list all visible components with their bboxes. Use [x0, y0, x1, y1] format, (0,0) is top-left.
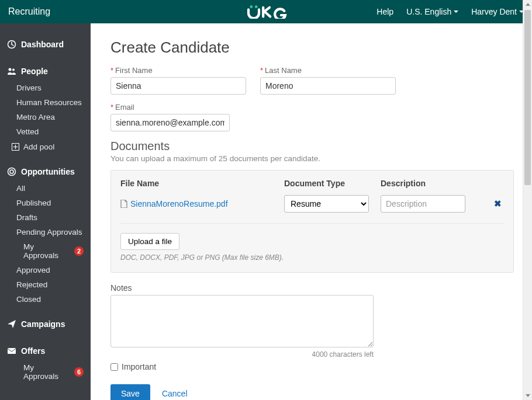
nav-people[interactable]: People — [0, 54, 91, 81]
file-name-label: SiennaMorenoResume.pdf — [130, 199, 228, 208]
nav-offers-label: Offers — [21, 346, 45, 356]
email-input[interactable] — [110, 114, 230, 131]
page-title: Create Candidate — [110, 39, 512, 57]
nav-people-label: People — [21, 67, 48, 76]
first-name-input[interactable] — [110, 77, 246, 95]
paper-plane-icon — [7, 319, 16, 329]
sidebar-item-approved[interactable]: Approved — [0, 263, 91, 277]
notes-textarea[interactable] — [110, 295, 374, 347]
important-checkbox[interactable] — [110, 363, 118, 371]
sidebar-item-my-approvals-opps[interactable]: My Approvals 2 — [0, 239, 91, 263]
sidebar-item-metro[interactable]: Metro Area — [0, 110, 91, 124]
sidebar-item-rejected[interactable]: Rejected — [0, 277, 91, 292]
nav-dashboard-label: Dashboard — [21, 40, 64, 49]
form-actions: Save Cancel — [110, 384, 512, 400]
scroll-thumb[interactable] — [524, 10, 531, 185]
col-file-name: File Name — [120, 179, 284, 188]
scrollbar[interactable] — [523, 0, 532, 400]
remove-document-button[interactable]: ✖ — [492, 199, 504, 209]
save-button[interactable]: Save — [110, 384, 150, 400]
svg-point-4 — [12, 69, 15, 71]
important-row: Important — [110, 362, 512, 371]
help-link-label: Help — [376, 7, 393, 16]
svg-rect-8 — [8, 348, 16, 354]
user-label: Harvey Dent — [471, 7, 517, 16]
sidebar-item-pending[interactable]: Pending Approvals — [0, 225, 91, 239]
scroll-track[interactable] — [524, 10, 531, 390]
app-title: Recruiting — [8, 6, 50, 17]
last-name-input[interactable] — [260, 77, 396, 95]
sidebar-item-my-approvals-offers-label: My Approvals — [23, 363, 71, 381]
last-name-label: *Last Name — [260, 66, 396, 75]
language-dropdown[interactable]: U.S. English — [406, 7, 458, 16]
file-icon — [120, 200, 127, 208]
scroll-up-icon[interactable] — [526, 3, 530, 6]
sidebar-add-pool[interactable]: Add pool — [0, 139, 91, 154]
documents-header-row: File Name Document Type Description — [120, 179, 504, 188]
user-dropdown[interactable]: Harvey Dent — [471, 7, 524, 16]
people-icon — [7, 67, 16, 76]
notes-label: Notes — [110, 283, 512, 293]
cancel-link[interactable]: Cancel — [162, 389, 188, 398]
first-name-label: *First Name — [110, 66, 246, 75]
sidebar-item-published[interactable]: Published — [0, 196, 91, 210]
top-nav: Help U.S. English Harvey Dent — [376, 7, 524, 16]
nav-offers[interactable]: Offers — [0, 333, 91, 360]
svg-point-0 — [250, 5, 253, 8]
plus-box-icon — [11, 142, 20, 151]
email-group: *Email — [110, 103, 230, 131]
document-row: SiennaMorenoResume.pdf Resume ✖ — [120, 195, 504, 224]
sidebar-item-my-approvals-opps-label: My Approvals — [23, 242, 71, 260]
doc-type-select[interactable]: Resume — [284, 195, 369, 213]
envelope-icon — [7, 346, 16, 356]
sidebar-item-drafts[interactable]: Drafts — [0, 210, 91, 225]
doc-description-input[interactable] — [381, 195, 465, 213]
svg-point-1 — [255, 5, 258, 8]
ukg-logo — [245, 5, 287, 19]
svg-point-6 — [8, 168, 16, 176]
sidebar-item-closed[interactable]: Closed — [0, 292, 91, 307]
important-label: Important — [122, 362, 156, 371]
top-bar: Recruiting Help U.S. English Harvey Dent — [0, 0, 532, 23]
documents-title: Documents — [110, 140, 512, 153]
col-doc-type: Document Type — [284, 179, 381, 188]
sidebar-add-pool-label: Add pool — [23, 142, 54, 151]
first-name-group: *First Name — [110, 66, 246, 95]
main-content: Create Candidate *First Name *Last Name … — [91, 23, 532, 400]
sidebar-item-hr[interactable]: Human Resources — [0, 95, 91, 110]
target-icon — [7, 167, 16, 176]
nav-campaigns[interactable]: Campaigns — [0, 307, 91, 333]
nav-dashboard[interactable]: Dashboard — [0, 23, 91, 54]
sidebar-item-all[interactable]: All — [0, 181, 91, 196]
sidebar-item-vetted[interactable]: Vetted — [0, 124, 91, 139]
nav-campaigns-label: Campaigns — [21, 319, 65, 329]
last-name-group: *Last Name — [260, 66, 396, 95]
scroll-down-icon[interactable] — [526, 394, 530, 397]
file-link[interactable]: SiennaMorenoResume.pdf — [120, 199, 284, 208]
sidebar: Dashboard People Drivers Human Resources… — [0, 23, 91, 400]
upload-file-button[interactable]: Upload a file — [120, 233, 179, 250]
nav-opportunities[interactable]: Opportunities — [0, 154, 91, 181]
caret-down-icon — [454, 11, 458, 13]
help-link[interactable]: Help — [376, 7, 393, 16]
nav-opportunities-label: Opportunities — [21, 167, 75, 176]
svg-point-3 — [9, 68, 12, 71]
badge-count: 6 — [74, 367, 84, 377]
clock-icon — [7, 40, 16, 49]
language-label: U.S. English — [406, 7, 451, 16]
documents-subtitle: You can upload a maximum of 25 documents… — [110, 154, 512, 163]
documents-panel: File Name Document Type Description Sien… — [110, 170, 514, 273]
upload-hint: DOC, DOCX, PDF, JPG or PNG (Max file siz… — [120, 253, 504, 262]
sidebar-item-my-approvals-offers[interactable]: My Approvals 6 — [0, 360, 91, 384]
col-description: Description — [381, 179, 504, 188]
chars-left: 4000 characters left — [110, 350, 374, 359]
sidebar-item-drivers[interactable]: Drivers — [0, 81, 91, 95]
badge-count: 2 — [74, 246, 84, 256]
email-label: *Email — [110, 103, 230, 112]
svg-point-7 — [10, 170, 13, 173]
